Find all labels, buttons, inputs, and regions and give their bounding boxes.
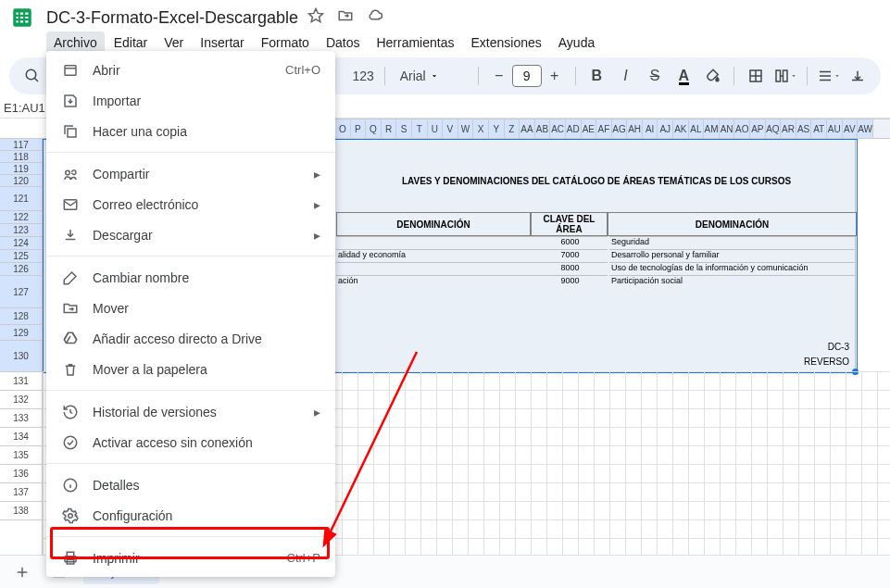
row-header[interactable]: 126 — [0, 263, 42, 276]
row-header[interactable]: 136 — [0, 465, 42, 483]
menu-item-copy[interactable]: Hacer una copia — [46, 116, 335, 146]
col-header[interactable]: AN — [720, 119, 735, 138]
menu-item-import[interactable]: Importar — [46, 85, 335, 116]
col-header[interactable]: AG — [612, 119, 628, 138]
col-header[interactable]: Q — [366, 119, 382, 138]
col-header[interactable]: AC — [550, 119, 566, 138]
valign-button[interactable] — [846, 63, 870, 89]
halign-button[interactable] — [817, 63, 841, 89]
menu-item-info[interactable]: Detalles — [46, 469, 335, 500]
col-header[interactable]: AL — [689, 119, 705, 138]
col-header[interactable]: Y — [489, 119, 505, 138]
col-header[interactable]: U — [428, 119, 444, 138]
row-header[interactable]: 133 — [0, 409, 42, 428]
menu-item-trash[interactable]: Mover a la papelera — [46, 354, 335, 384]
col-header[interactable]: P — [351, 119, 367, 138]
row-header[interactable]: 117 — [0, 139, 42, 151]
col-header[interactable]: O — [335, 119, 351, 138]
col-header[interactable]: AT — [811, 119, 827, 138]
menu-item-offline[interactable]: Activar acceso sin conexión — [46, 427, 335, 457]
row-header[interactable]: 122 — [0, 211, 42, 224]
menu-item-mail[interactable]: Correo electrónico▸ — [46, 189, 335, 219]
row-header[interactable]: 131 — [0, 372, 42, 391]
col-header[interactable]: AK — [673, 119, 689, 138]
menu-item-open[interactable]: AbrirCtrl+O — [46, 55, 335, 85]
col-header[interactable]: S — [396, 119, 412, 138]
borders-button[interactable] — [744, 63, 767, 89]
row-header[interactable]: 123 — [0, 224, 42, 237]
col-header[interactable]: AS — [796, 119, 812, 138]
menu-item-rename[interactable]: Cambiar nombre — [46, 262, 335, 293]
col-header[interactable]: AQ — [766, 119, 782, 138]
col-header[interactable]: X — [473, 119, 489, 138]
font-select[interactable]: Arial — [395, 67, 469, 85]
row-header[interactable]: 120 — [0, 175, 42, 187]
row-header[interactable]: 130 — [0, 341, 42, 372]
row-header[interactable]: 121 — [0, 187, 42, 211]
col-header[interactable]: AB — [535, 119, 551, 138]
row-header[interactable]: 132 — [0, 391, 42, 409]
col-header[interactable]: V — [443, 119, 458, 138]
col-header[interactable]: W — [458, 119, 474, 138]
row-header[interactable]: 124 — [0, 237, 42, 250]
row-header[interactable]: 127 — [0, 276, 42, 308]
table-cell: alidad y economía — [336, 249, 531, 262]
font-size-dec[interactable]: − — [488, 65, 510, 87]
menu-item-download[interactable]: Descargar▸ — [46, 219, 335, 250]
italic-button[interactable]: I — [614, 63, 637, 89]
col-header[interactable]: R — [382, 119, 397, 138]
menu-item-drive[interactable]: Añadir acceso directo a Drive — [46, 323, 335, 354]
bold-button[interactable]: B — [585, 63, 608, 89]
col-header[interactable]: AO — [734, 119, 750, 138]
row-header[interactable]: 128 — [0, 308, 42, 325]
row-header[interactable]: 119 — [0, 163, 42, 175]
strike-button[interactable]: S — [643, 63, 666, 89]
col-header[interactable]: AH — [627, 119, 643, 138]
cloud-icon[interactable] — [367, 7, 383, 28]
col-header[interactable]: AF — [596, 119, 612, 138]
menu-item-move[interactable]: Mover — [46, 293, 335, 323]
row-header[interactable]: 118 — [0, 151, 42, 163]
search-icon[interactable] — [20, 63, 44, 89]
row-header[interactable]: 137 — [0, 483, 42, 502]
row-header[interactable]: 135 — [0, 446, 42, 465]
text-color-button[interactable]: A — [672, 63, 696, 89]
menu-extensiones[interactable]: Extensiones — [463, 31, 548, 54]
menu-ayuda[interactable]: Ayuda — [551, 31, 602, 54]
col-header[interactable]: AE — [582, 119, 597, 138]
sheets-logo[interactable] — [7, 3, 37, 32]
star-icon[interactable] — [307, 7, 324, 28]
menu-item-history[interactable]: Historial de versiones▸ — [46, 396, 335, 427]
menu-herramientas[interactable]: Herramientas — [369, 31, 461, 54]
table-cell: Uso de tecnologías de la información y c… — [609, 262, 855, 275]
col-header[interactable]: AU — [827, 119, 843, 138]
col-header[interactable]: AA — [520, 119, 535, 138]
font-size-inc[interactable]: + — [544, 65, 566, 87]
col-header[interactable]: AI — [643, 119, 658, 138]
menu-item-share[interactable]: Compartir▸ — [46, 158, 335, 189]
col-header[interactable]: AM — [704, 119, 720, 138]
row-header[interactable]: 138 — [0, 502, 42, 520]
merge-button[interactable] — [773, 63, 797, 89]
col-header[interactable]: T — [412, 119, 428, 138]
col-header[interactable]: AP — [750, 119, 766, 138]
row-header[interactable]: 125 — [0, 250, 42, 263]
doc-title[interactable]: DC-3-Formato-Excel-Descargable — [46, 8, 298, 28]
col-header[interactable]: Z — [505, 119, 520, 138]
name-box[interactable]: E1:AU1 — [4, 101, 43, 115]
menu-item-gear[interactable]: Configuración — [46, 500, 335, 531]
add-sheet-button[interactable] — [9, 559, 35, 585]
col-header[interactable]: AR — [781, 119, 796, 138]
col-header[interactable]: AV — [843, 119, 859, 138]
move-icon[interactable] — [337, 7, 354, 28]
col-header[interactable]: AW — [858, 119, 873, 138]
col-header[interactable]: AJ — [658, 119, 673, 138]
fill-color-button[interactable] — [701, 63, 724, 89]
menu-item-print[interactable]: ImprimirCtrl+P — [46, 543, 335, 573]
format-num[interactable]: 123 — [351, 63, 374, 89]
col-header[interactable]: AD — [566, 119, 582, 138]
font-size-input[interactable] — [512, 65, 542, 87]
row-header[interactable]: 129 — [0, 325, 42, 341]
table-cell — [336, 262, 531, 275]
row-header[interactable]: 134 — [0, 428, 42, 446]
